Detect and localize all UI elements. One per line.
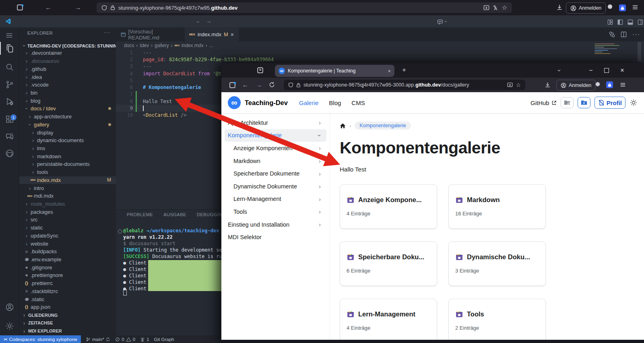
tree-item-website[interactable]: ›website	[19, 240, 116, 248]
chevron-right-icon[interactable]: ›	[319, 145, 321, 151]
doc-card-speicherbare-doku[interactable]: Speicherbare Doku...6 Einträge	[340, 242, 437, 286]
bookmark-star-icon[interactable]: ☆	[516, 82, 521, 88]
sidebar-item-app-architektur[interactable]: App-Architektur›	[225, 116, 326, 129]
minimize-window-icon[interactable]: −	[584, 63, 598, 78]
git-graph-item[interactable]: Git Graph	[154, 337, 174, 342]
tree-item-blog[interactable]: ›blog	[19, 97, 116, 105]
forward-button[interactable]: →	[256, 81, 262, 88]
menu-icon[interactable]	[620, 82, 626, 88]
chevron-right-icon[interactable]: ›	[319, 119, 321, 126]
tree-item-node-modules[interactable]: ›node_modules	[19, 200, 116, 208]
toggle-sidebar-icon[interactable]	[617, 19, 623, 25]
firefox-view-icon[interactable]	[257, 67, 264, 74]
breadcrumb-item[interactable]: docs	[124, 43, 134, 48]
problems-indicator[interactable]: 0 0	[115, 337, 135, 342]
tree-item-mdi-mdx[interactable]: MDXmdi.mdx	[19, 192, 116, 200]
new-tab-icon[interactable]: +	[402, 66, 406, 74]
sidebar-item-markdown[interactable]: Markdown›	[225, 155, 326, 167]
sidebar-item-dynamische-dokumente[interactable]: Dynamische Dokumente›	[225, 180, 326, 193]
breadcrumb-item[interactable]: index.mdx	[182, 43, 204, 48]
maximize-window-icon[interactable]	[600, 63, 613, 78]
tree-item-persistable-documents[interactable]: ›persistable-documents	[19, 160, 116, 168]
sidebar-section-mdi-explorer[interactable]: ›MDI EXPLORER	[19, 327, 116, 335]
sidebar-item-komponentengalerie[interactable]: Komponentengalerie›	[225, 129, 326, 142]
tree-item-bin[interactable]: ›bin	[19, 89, 116, 97]
more-actions-icon[interactable]: ···	[632, 31, 640, 38]
signin-button[interactable]: Anmelden	[566, 2, 606, 14]
install-icon[interactable]	[507, 82, 513, 88]
open-changes-icon[interactable]	[609, 31, 615, 37]
chevron-right-icon[interactable]: ›	[319, 157, 321, 164]
menu-icon[interactable]	[632, 4, 638, 10]
branch-indicator[interactable]: main*	[86, 337, 110, 342]
site-logo-icon[interactable]: ∞	[228, 96, 241, 109]
tree-item-app-architecture[interactable]: ›app-architecture	[19, 113, 116, 121]
tree-item-src[interactable]: ›src	[19, 216, 116, 224]
github-link[interactable]: GitHub	[530, 99, 557, 106]
chevron-right-icon[interactable]: ›	[319, 196, 321, 202]
shield-icon[interactable]	[288, 82, 293, 88]
tree-item-static[interactable]: ›static	[19, 224, 116, 232]
toggle-secondary-sidebar-icon[interactable]	[638, 19, 643, 25]
breadcrumb-item[interactable]: ...	[209, 43, 213, 48]
doc-card-lern-management[interactable]: Lern-Management4 Einträge	[340, 299, 437, 340]
sidebar-section-zeitachse[interactable]: ›ZEITACHSE	[19, 319, 116, 327]
github-view-icon[interactable]	[5, 149, 14, 158]
editor-forward-icon[interactable]: →	[206, 20, 211, 23]
tree-item-vscode[interactable]: ›.vscode	[19, 81, 116, 89]
close-tab-icon[interactable]: ×	[231, 31, 234, 38]
doc-card-dynamische-doku[interactable]: Dynamische Doku...3 Einträge	[448, 242, 546, 286]
tree-item-markdown[interactable]: ›markdown	[19, 152, 116, 160]
tree-item-docusaurus[interactable]: ›.docusaurus	[19, 57, 116, 65]
shield-icon[interactable]	[101, 5, 107, 11]
tree-item-gallery[interactable]: ›gallery	[19, 120, 116, 128]
source-control-view-icon[interactable]	[5, 80, 14, 89]
tree-item-github[interactable]: ›.github	[19, 65, 116, 73]
workspace-section-header[interactable]: › TEACHING-DEV [CODESPACES: STUNNING XYL…	[19, 42, 116, 50]
close-window-icon[interactable]: ×	[615, 63, 629, 78]
remote-indicator[interactable]: >< Codespaces: stunning xylophone	[0, 335, 81, 343]
firefox-view-icon[interactable]	[17, 4, 24, 11]
profil-button[interactable]: Profil	[594, 97, 625, 109]
chevron-right-icon[interactable]: ›	[319, 183, 321, 190]
extensions-icon[interactable]	[595, 82, 601, 88]
tree-item-index-mdx[interactable]: MDXindex.mdxM	[19, 176, 116, 184]
chevron-right-icon[interactable]: ›	[319, 170, 321, 177]
close-tab-icon[interactable]: ×	[388, 68, 391, 74]
minimap[interactable]	[594, 43, 622, 55]
sidebar-item-einstieg-und-installation[interactable]: Einstieg und Installation›	[225, 218, 326, 231]
breadcrumb-item[interactable]: gallery	[155, 43, 169, 48]
tree-item-prettierrc[interactable]: {}.prettierrc	[19, 279, 116, 287]
breadcrumb-current[interactable]: Komponentengalerie	[355, 122, 411, 130]
accounts-icon[interactable]	[5, 302, 14, 312]
sync-folder-disabled-button[interactable]	[561, 97, 574, 108]
address-bar[interactable]: stunning-xylophone-9675qj4r497c7w95.gith…	[97, 2, 512, 13]
theme-toggle-sun-icon[interactable]	[630, 99, 638, 107]
split-editor-icon[interactable]	[621, 31, 627, 37]
chevron-down-icon[interactable]: ›	[316, 134, 323, 136]
tree-item-devcontainer[interactable]: ›.devcontainer	[19, 49, 116, 57]
panel-tab-probleme[interactable]: PROBLEME	[127, 212, 153, 217]
forward-button[interactable]: →	[75, 4, 81, 11]
signin-button[interactable]: Anmelden	[556, 80, 596, 91]
translate-icon[interactable]	[493, 5, 499, 11]
back-button[interactable]: ←	[45, 4, 52, 11]
toggle-panel-icon[interactable]	[627, 19, 633, 25]
install-icon[interactable]	[483, 5, 489, 11]
chat-view-icon[interactable]	[5, 132, 14, 141]
sidebar-section-gliederung[interactable]: ›GLIEDERUNG	[19, 311, 116, 319]
tree-item-idea[interactable]: ›.idea	[19, 73, 116, 81]
downloads-icon[interactable]	[556, 4, 563, 10]
tree-item-packages[interactable]: ›packages	[19, 208, 116, 216]
downloads-icon[interactable]	[545, 82, 551, 88]
home-icon[interactable]	[340, 123, 346, 129]
doc-card-tools[interactable]: Tools2 Einträge	[448, 299, 546, 340]
tree-item-env-example[interactable]: .env.example	[19, 256, 116, 264]
explorer-more-actions-icon[interactable]: ···	[104, 29, 110, 35]
tree-item-prettierignore[interactable]: ◆.prettierignore	[19, 271, 116, 279]
tree-item-static[interactable]: .static	[19, 295, 116, 303]
sidebar-item-tools[interactable]: Tools›	[225, 205, 326, 218]
copilot-chevron-icon[interactable]: ›	[444, 21, 448, 22]
run-debug-view-icon[interactable]	[5, 97, 14, 106]
tree-item-dynamic-documents[interactable]: ›dynamic-documents	[19, 136, 116, 145]
